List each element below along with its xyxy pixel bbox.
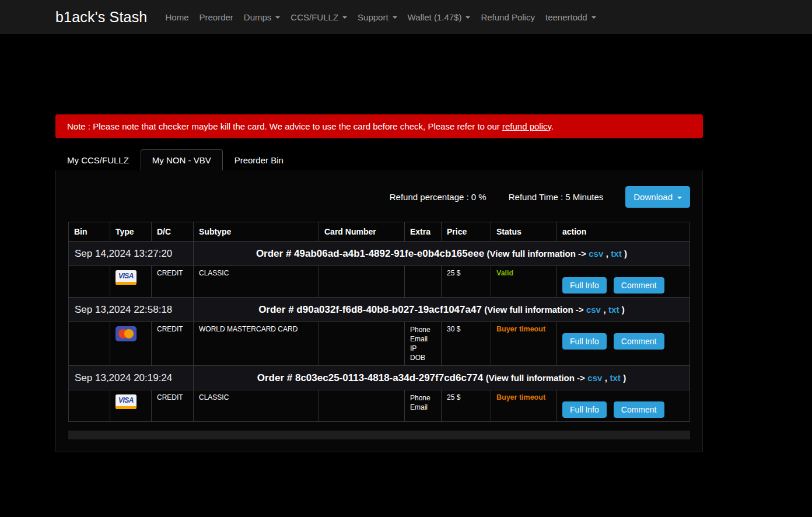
refund-percentage-label: Refund percentage : 0 % [390, 192, 487, 202]
card-number-cell [319, 390, 405, 422]
action-button-comment[interactable]: Comment [614, 277, 664, 294]
extra-cell: PhoneEmailIPDOB [405, 322, 442, 366]
column-header-price: Price [442, 222, 491, 242]
card-data-row: CREDITWORLD MASTERCARD CARDPhoneEmailIPD… [69, 322, 690, 366]
info-row: Refund percentage : 0 % Refund Time : 5 … [68, 186, 690, 208]
txt-link[interactable]: txt [610, 373, 620, 383]
extra-line: Phone [410, 393, 436, 403]
nav-item-preorder[interactable]: Preorder [194, 8, 238, 27]
order-header-row: Sep 13,2024 20:19:24Order # 8c03ec25-011… [69, 366, 690, 390]
visa-icon: VISA [116, 394, 136, 409]
order-title: Order # 8c03ec25-0113-4818-a34d-297f7cd6… [194, 366, 690, 390]
bin-cell [69, 390, 110, 422]
nav-item-ccs-fullz[interactable]: CCS/FULLZ [285, 8, 352, 27]
view-info-text: (View full information -> [484, 305, 583, 315]
column-header-bin: Bin [69, 222, 110, 242]
nav-item-label: Wallet (1.47$) [408, 12, 462, 22]
caret-down-icon [342, 16, 347, 19]
status-cell: Buyer timeout [491, 390, 557, 422]
nav-item-support[interactable]: Support [352, 8, 402, 27]
nav-item-teenertodd[interactable]: teenertodd [540, 8, 601, 27]
action-button-full-info[interactable]: Full Info [562, 277, 607, 294]
txt-link[interactable]: txt [611, 249, 621, 258]
action-button-full-info[interactable]: Full Info [562, 401, 607, 418]
refund-time-label: Refund Time : 5 Minutes [509, 192, 604, 202]
column-header-subtype: Subtype [194, 222, 319, 242]
nav-item-wallet-1-47[interactable]: Wallet (1.47$) [402, 8, 476, 27]
bin-cell [69, 266, 110, 298]
txt-link[interactable]: txt [608, 305, 619, 315]
status-text: Valid [496, 269, 513, 277]
nav-item-label: CCS/FULLZ [290, 12, 338, 22]
status-cell: Valid [491, 266, 557, 298]
orders-table: BinTypeD/CSubtypeCard NumberExtraPriceSt… [68, 222, 690, 422]
csv-link[interactable]: csv [587, 373, 602, 383]
action-button-comment[interactable]: Comment [614, 401, 664, 418]
csv-link[interactable]: csv [586, 305, 601, 315]
type-cell: VISA [110, 266, 152, 298]
action-button-comment[interactable]: Comment [614, 333, 664, 350]
order-id-text: Order # 49ab06ad-a4b1-4892-91fe-e0b4cb16… [256, 248, 484, 259]
tab-preorder-bin[interactable]: Preorder Bin [223, 149, 295, 170]
extra-line: Phone [410, 325, 436, 334]
table-header-row: BinTypeD/CSubtypeCard NumberExtraPriceSt… [69, 222, 690, 242]
extra-line: DOB [410, 353, 436, 362]
nav-item-dumps[interactable]: Dumps [239, 8, 286, 27]
price-cell: 25 $ [442, 390, 491, 422]
card-number-cell [319, 266, 405, 298]
table-scrollbar-track[interactable] [68, 431, 690, 439]
separator-text: , [605, 373, 607, 383]
refund-policy-link[interactable]: refund policy [502, 121, 551, 131]
navbar: b1ack's Stash HomePreorderDumpsCCS/FULLZ… [0, 0, 812, 34]
extra-cell: PhoneEmail [405, 390, 442, 422]
caret-down-icon [592, 16, 596, 19]
tab-content-panel: Refund percentage : 0 % Refund Time : 5 … [55, 170, 703, 452]
subtype-cell: WORLD MASTERCARD CARD [194, 322, 319, 366]
extra-cell [405, 266, 442, 298]
close-paren-text: ) [622, 305, 625, 315]
separator-text: , [603, 305, 606, 315]
order-title: Order # 49ab06ad-a4b1-4892-91fe-e0b4cb16… [194, 242, 690, 266]
dc-cell: CREDIT [152, 322, 194, 366]
csv-link[interactable]: csv [589, 249, 603, 258]
order-date: Sep 13,2024 20:19:24 [69, 366, 194, 390]
close-paren-text: ) [623, 373, 626, 383]
dc-cell: CREDIT [152, 266, 194, 298]
column-header-card-number: Card Number [319, 222, 405, 242]
type-cell [110, 322, 152, 366]
caret-down-icon [466, 16, 470, 19]
caret-down-icon [677, 197, 682, 199]
visa-icon-text: VISA [116, 396, 136, 404]
visa-icon-stripe [116, 406, 136, 409]
type-cell: VISA [110, 390, 152, 422]
tab-my-non-vbv[interactable]: My NON - VBV [141, 149, 223, 170]
nav-item-refund-policy[interactable]: Refund Policy [475, 8, 540, 27]
card-data-row: VISACREDITCLASSIC25 $ValidFull InfoComme… [69, 266, 690, 298]
brand-logo[interactable]: b1ack's Stash [55, 9, 147, 26]
navbar-menu: HomePreorderDumpsCCS/FULLZSupportWallet … [160, 8, 601, 27]
caret-down-icon [275, 16, 280, 19]
column-header-extra: Extra [405, 222, 442, 242]
view-info-text: (View full information -> [486, 373, 585, 383]
extra-line: Email [410, 403, 436, 412]
nav-item-label: Refund Policy [481, 12, 535, 22]
status-cell: Buyer timeout [491, 322, 557, 366]
nav-item-label: Home [165, 12, 188, 22]
nav-item-home[interactable]: Home [160, 8, 194, 27]
download-button[interactable]: Download [625, 186, 690, 208]
visa-icon: VISA [116, 270, 136, 285]
caret-down-icon [393, 16, 397, 19]
nav-item-label: Dumps [244, 12, 272, 22]
table-body: Sep 14,2024 13:27:20Order # 49ab06ad-a4b… [69, 242, 690, 422]
status-text: Buyer timeout [496, 393, 545, 401]
tab-my-ccs-fullz[interactable]: My CCS/FULLZ [55, 149, 141, 170]
action-button-full-info[interactable]: Full Info [562, 333, 607, 350]
alert-banner: Note : Please note that checker maybe ki… [55, 114, 703, 138]
subtype-cell: CLASSIC [194, 266, 319, 298]
column-header-status: Status [491, 222, 557, 242]
action-cell: Full InfoComment [557, 322, 690, 366]
order-header-row: Sep 13,2024 22:58:18Order # d90a032f-f6d… [69, 298, 690, 322]
order-title: Order # d90a032f-f6d8-40b8-b027-19acf104… [194, 298, 690, 322]
alert-text: Note : Please note that checker maybe ki… [67, 121, 502, 131]
visa-icon-text: VISA [116, 272, 136, 280]
